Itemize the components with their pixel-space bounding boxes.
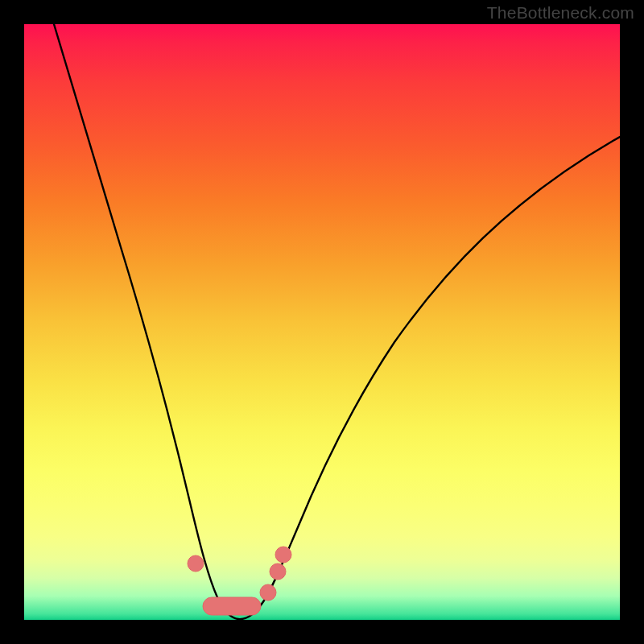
marker-dot <box>270 564 286 580</box>
watermark-label: TheBottleneck.com <box>487 3 634 23</box>
curve-layer <box>24 24 620 620</box>
chart-frame: TheBottleneck.com <box>0 0 644 644</box>
marker-dot <box>275 547 291 563</box>
plot-area <box>24 24 620 620</box>
marker-dot <box>188 555 204 572</box>
marker-dot <box>260 584 276 601</box>
marker-bar <box>203 597 261 615</box>
bottleneck-curve <box>54 24 620 619</box>
